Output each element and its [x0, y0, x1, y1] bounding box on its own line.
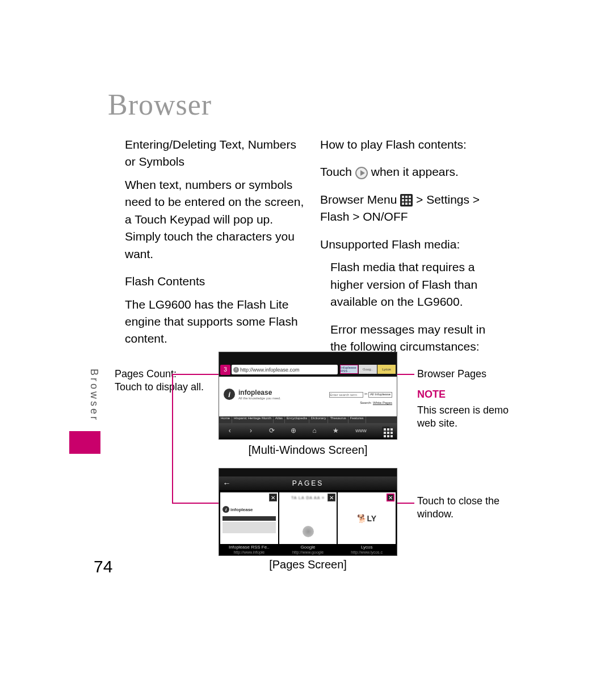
touch-suffix: when it appears.: [371, 165, 459, 178]
right-column: How to play Flash contents: Touch when i…: [320, 136, 502, 365]
close-icon[interactable]: ✕: [328, 494, 335, 501]
back-button[interactable]: ‹: [222, 425, 237, 436]
para-error-msgs: Error messages may result in the followi…: [320, 321, 502, 356]
page-thumbs: Infoplease RSS .. Goog.. Lycos: [340, 365, 396, 374]
menu-button[interactable]: [379, 425, 393, 436]
pages-thumbs: i infoplease ✕ Infoplease RSS Fe.. http:…: [219, 490, 397, 555]
back-button[interactable]: ←: [219, 479, 236, 488]
callout-line: [397, 374, 414, 375]
label-close-window: Touch to close the window.: [417, 495, 514, 521]
pages-title: PAGES: [236, 479, 397, 487]
status-bar: [219, 469, 397, 476]
bookmark-button[interactable]: ★: [329, 425, 343, 436]
page-card[interactable]: i infoplease ✕ Infoplease RSS Fe.. http:…: [220, 492, 278, 554]
menu-prefix: Browser Menu: [320, 193, 400, 206]
page-number: 74: [94, 557, 112, 576]
label-browser-pages: Browser Pages: [417, 368, 486, 381]
browser-toolbar: ‹ › ⟳ ⊕ ⌂ ★ www: [219, 423, 397, 438]
info-icon: i: [233, 367, 239, 373]
lycos-dog-icon: 🐕: [357, 514, 367, 523]
screenshot-multi-windows: 3 i http://www.infoplease.com Infoplease…: [219, 352, 397, 440]
nav-item[interactable]: Thesaurus: [328, 416, 348, 423]
site-nav-tabs: Home Hispanic Heritage Month Atlas Encyc…: [219, 416, 397, 423]
white-pages-link[interactable]: White Pages: [373, 401, 392, 404]
line-howto: How to play Flash contents:: [320, 136, 502, 153]
page-url: http://www.infople: [220, 550, 278, 554]
side-color-block: [69, 431, 100, 454]
page-url: http://www.lycos.c: [338, 550, 396, 554]
page-name: Lycos: [338, 544, 396, 550]
pages-count-button[interactable]: 3: [220, 365, 230, 375]
chapter-title: Browser: [108, 88, 212, 121]
nav-item[interactable]: Encyclopedia: [285, 416, 309, 423]
close-icon[interactable]: ✕: [387, 494, 394, 501]
tab-thumb[interactable]: Lycos: [377, 365, 396, 374]
lycos-text: LY: [367, 514, 376, 523]
status-bar: [219, 352, 397, 362]
callout-line: [172, 374, 173, 503]
para-flash-lite: The LG9600 has the Flash Lite engine tha…: [125, 296, 306, 348]
heading-unsupported: Unsupported Flash media:: [320, 236, 502, 253]
screenshot-pages: ← PAGES i infoplease ✕ Infoplease RSS Fe…: [219, 468, 397, 556]
tab-thumb[interactable]: Goog..: [359, 365, 377, 374]
nav-item[interactable]: Home: [219, 416, 232, 423]
pages-titlebar: ← PAGES: [219, 476, 397, 490]
url-box[interactable]: i http://www.infoplease.com: [232, 365, 338, 374]
home-button[interactable]: ⌂: [307, 425, 322, 436]
tab-thumb[interactable]: Infoplease RSS ..: [340, 365, 358, 374]
site-tagline: All the knowledge you need.: [238, 397, 281, 400]
infoplease-icon: i: [224, 389, 235, 400]
search-scope[interactable]: All Infoplease: [368, 392, 392, 398]
para-flash-version: Flash media that requires a higher versi…: [320, 259, 502, 310]
caption-multi-windows: [Multi-Windows Screen]: [219, 444, 397, 457]
page-card[interactable]: 🐕 LY ✕ Lycos http://www.lycos.c: [338, 492, 396, 554]
line-touch-play: Touch when it appears.: [320, 163, 502, 180]
heading-entering-text: Entering/Deleting Text, Numbers or Symbo…: [125, 136, 306, 171]
zoom-button[interactable]: ⊕: [286, 425, 301, 436]
url-row: 3 i http://www.infoplease.com Infoplease…: [219, 362, 397, 377]
callout-line: [172, 374, 222, 375]
forward-button[interactable]: ›: [243, 425, 258, 436]
side-tab: Browser: [88, 369, 100, 422]
touch-prefix: Touch: [320, 165, 355, 178]
label-pages-count: Pages Count: Touch to display all.: [115, 368, 204, 394]
manual-page: Browser Entering/Deleting Text, Numbers …: [0, 0, 613, 700]
callout-line: [172, 503, 222, 504]
web-content: i infoplease All the knowledge you need.…: [219, 377, 397, 416]
page-card[interactable]: TA LA DA AA » ✕ Google http://www.google: [279, 492, 337, 554]
play-icon: [355, 167, 368, 179]
infoplease-icon: i: [222, 506, 229, 513]
site-logo-text: infoplease: [238, 389, 281, 397]
www-button[interactable]: www: [350, 425, 372, 436]
search-input[interactable]: [329, 392, 363, 398]
page-name: Google: [279, 544, 337, 550]
left-column: Entering/Deleting Text, Numbers or Symbo…: [125, 136, 306, 358]
menu-grid-icon: [400, 194, 413, 206]
nav-item[interactable]: Atlas: [274, 416, 285, 423]
note-label: NOTE: [417, 388, 446, 401]
reload-button[interactable]: ⟳: [264, 425, 279, 436]
nav-item[interactable]: Hispanic Heritage Month: [232, 416, 274, 423]
nav-item[interactable]: Features: [349, 416, 366, 423]
url-text: http://www.infoplease.com: [240, 367, 300, 373]
note-text: This screen is demo web site.: [417, 404, 519, 431]
page-url: http://www.google: [279, 550, 337, 554]
para-keypad: When text, numbers or symbols need to be…: [125, 176, 306, 263]
nav-item[interactable]: Dictionary: [309, 416, 329, 423]
line-browser-menu: Browser Menu > Settings > Flash > ON/OFF: [320, 191, 502, 226]
close-icon[interactable]: ✕: [269, 494, 277, 501]
heading-flash-contents: Flash Contents: [125, 273, 306, 290]
caption-pages: [Pages Screen]: [219, 558, 397, 571]
search-row: in All Infoplease: [329, 392, 392, 398]
page-name: Infoplease RSS Fe..: [220, 544, 278, 550]
